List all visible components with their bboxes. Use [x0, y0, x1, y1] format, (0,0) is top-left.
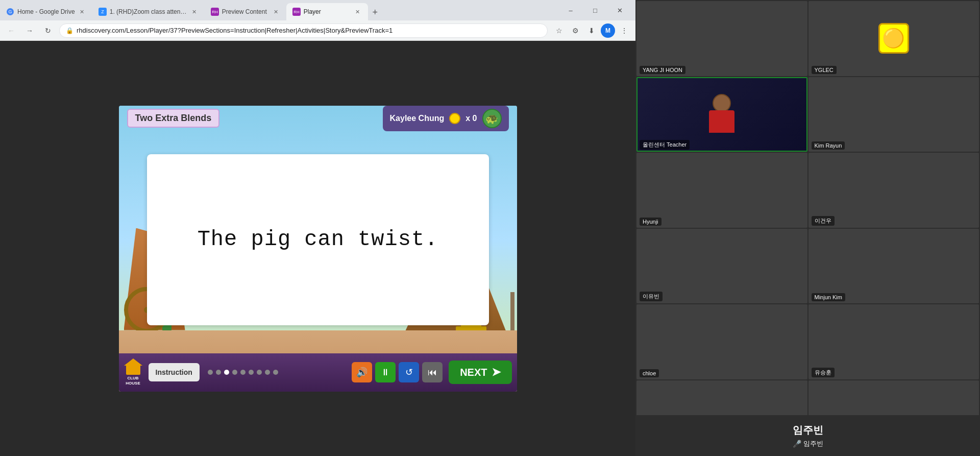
- progress-dot-7: [257, 370, 262, 375]
- instruction-button[interactable]: Instruction: [149, 363, 200, 381]
- progress-dot-6: [249, 370, 254, 375]
- tab-zoom[interactable]: Z 1. (RHD)Zoom class attendanc... ✕: [92, 3, 205, 20]
- svg-text:RH: RH: [293, 10, 300, 14]
- ssl-lock-icon: 🔒: [66, 27, 74, 34]
- tab-title-zoom: 1. (RHD)Zoom class attendanc...: [110, 8, 187, 15]
- url-bar[interactable]: 🔒 rhdiscovery.com/Lesson/Player/37?Previ…: [59, 23, 548, 38]
- avatar-minjun-kim: [808, 229, 979, 304]
- mic-muted-icon: 🎤: [793, 440, 801, 448]
- participant-name-lee-gunwoo: 이건우: [812, 216, 835, 226]
- profile-icon[interactable]: M: [601, 23, 615, 38]
- coin-count: x 0: [465, 114, 477, 123]
- teacher-body: [709, 110, 734, 133]
- participant-tile-teacher: 올린센터 Teacher: [636, 77, 807, 152]
- clubhouse-button[interactable]: CLUBHOUSE: [124, 358, 142, 386]
- tab-favicon-player: RH: [292, 8, 301, 16]
- game-player: Two Extra Blends Kaylee Chung x 0 🐢 The …: [119, 106, 517, 392]
- participant-tile-minjun-kim: Minjun Kim: [808, 229, 979, 304]
- url-text: rhdiscovery.com/Lesson/Player/37?Preview…: [77, 27, 541, 34]
- media-controls: 🔊 ⏸ ↺ ⏮: [352, 362, 443, 382]
- replay-button[interactable]: ↺: [399, 362, 419, 382]
- teacher-head: [713, 94, 731, 112]
- bottom-participant-subname: 임주빈: [803, 439, 823, 448]
- tab-close-zoom[interactable]: ✕: [190, 8, 199, 16]
- toolbar-icons: ☆ ⚙ ⬇ M ⋮: [552, 23, 631, 38]
- progress-dot-3: [224, 370, 229, 375]
- participant-tile-chloe: chloe: [636, 304, 807, 379]
- tab-preview[interactable]: RH Preview Content ✕: [205, 3, 286, 20]
- browser-window: G Home - Google Drive ✕ Z 1. (RHD)Zoom c…: [0, 0, 635, 456]
- rewind-button[interactable]: ⏮: [422, 362, 443, 382]
- speaker-button[interactable]: 🔊: [352, 362, 372, 382]
- menu-icon[interactable]: ⋮: [617, 23, 631, 38]
- svg-text:G: G: [8, 9, 12, 14]
- game-header: Two Extra Blends Kaylee Chung x 0 🐢: [119, 106, 517, 131]
- back-button[interactable]: ←: [4, 23, 18, 38]
- tab-favicon-gdrive: G: [6, 8, 14, 16]
- house-icon: [124, 358, 142, 375]
- tab-bar: G Home - Google Drive ✕ Z 1. (RHD)Zoom c…: [0, 0, 635, 20]
- bottom-participant-area: 임주빈 🎤 임주빈: [635, 415, 980, 456]
- content-area: Two Extra Blends Kaylee Chung x 0 🐢 The …: [0, 41, 635, 456]
- progress-dot-8: [265, 370, 270, 375]
- pause-button[interactable]: ⏸: [375, 362, 396, 382]
- avatar-kim-rayun: [808, 77, 979, 152]
- avatar-hyunji: [636, 153, 807, 228]
- progress-dot-1: [208, 370, 213, 375]
- next-arrow-icon: ➤: [492, 366, 501, 379]
- bookmark-icon[interactable]: ☆: [552, 23, 566, 38]
- tab-title-player: Player: [304, 8, 351, 15]
- avatar-yglec: 🟡: [808, 1, 979, 76]
- coin-icon: [449, 113, 460, 124]
- participant-name-yu-sunghun: 유승훈: [812, 368, 835, 377]
- tab-player[interactable]: RH Player ✕: [286, 3, 368, 20]
- download-icon[interactable]: ⬇: [584, 23, 599, 38]
- progress-indicator: [204, 370, 348, 375]
- refresh-button[interactable]: ↻: [41, 23, 55, 38]
- close-button[interactable]: ✕: [608, 2, 631, 18]
- tab-close-gdrive[interactable]: ✕: [78, 8, 86, 16]
- lesson-title: Two Extra Blends: [127, 109, 220, 128]
- participant-tile-lee-gunwoo: 이건우: [808, 153, 979, 228]
- extension-icon[interactable]: ⚙: [568, 23, 582, 38]
- svg-text:RH: RH: [212, 10, 218, 14]
- participant-tile-yu-sunghun: 유승훈: [808, 304, 979, 379]
- control-bar: CLUBHOUSE Instruction 🔊 ⏸: [119, 353, 517, 392]
- participant-tile-yglec: 🟡 YGLEC: [808, 1, 979, 76]
- bottom-participant-info: 🎤 임주빈: [793, 439, 823, 448]
- next-label: NEXT: [460, 367, 487, 378]
- svg-text:Z: Z: [101, 9, 104, 14]
- sentence-card: The pig can twist.: [147, 154, 489, 325]
- next-button[interactable]: NEXT ➤: [449, 361, 511, 384]
- tab-favicon-preview: RH: [211, 8, 219, 16]
- house-body: [126, 365, 140, 375]
- progress-dot-2: [216, 370, 221, 375]
- tab-title-preview: Preview Content: [222, 8, 269, 15]
- tab-close-player[interactable]: ✕: [354, 8, 362, 16]
- progress-dot-5: [240, 370, 246, 375]
- tab-gdrive[interactable]: G Home - Google Drive ✕: [0, 3, 92, 20]
- clubhouse-label: CLUBHOUSE: [126, 376, 140, 386]
- participant-name-minjun-kim: Minjun Kim: [812, 293, 845, 301]
- tab-favicon-zoom: Z: [99, 8, 107, 16]
- player-name: Kaylee Chung: [390, 114, 445, 123]
- forward-button[interactable]: →: [22, 23, 37, 38]
- bottom-participant-name: 임주빈: [793, 423, 823, 437]
- minimize-button[interactable]: –: [559, 2, 582, 18]
- participant-tile-lee-yubin: 이유빈: [636, 229, 807, 304]
- participant-tile-yang-ji-hoon: YANG JI HOON: [636, 1, 807, 76]
- progress-dot-4: [232, 370, 237, 375]
- participant-name-yang-ji-hoon: YANG JI HOON: [640, 66, 685, 74]
- address-bar: ← → ↻ 🔒 rhdiscovery.com/Lesson/Player/37…: [0, 20, 635, 41]
- turtle-avatar: 🐢: [482, 109, 502, 128]
- progress-dot-9: [273, 370, 278, 375]
- participant-name-kim-rayun: Kim Rayun: [812, 141, 845, 150]
- window-controls: – □ ✕: [559, 0, 635, 20]
- avatar-yang-ji-hoon: [636, 1, 807, 76]
- participant-tile-hyunji: Hyunji: [636, 153, 807, 228]
- tab-close-preview[interactable]: ✕: [272, 8, 280, 16]
- maximize-button[interactable]: □: [583, 2, 607, 18]
- participant-name-lee-yubin: 이유빈: [640, 292, 663, 301]
- participant-name-hyunji: Hyunji: [640, 218, 662, 226]
- new-tab-button[interactable]: +: [368, 5, 382, 19]
